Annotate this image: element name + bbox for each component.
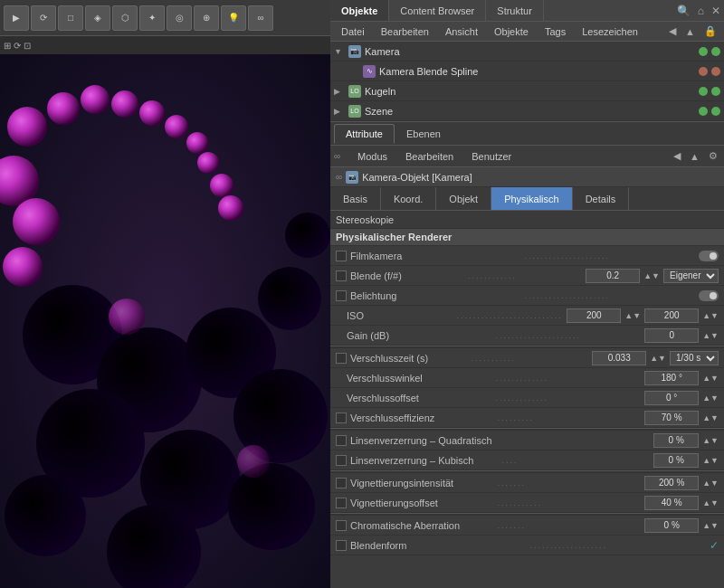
attr-benutzer[interactable]: Benutzer bbox=[464, 149, 519, 164]
list-item[interactable]: ▼ ∿ Kamera Blende Spline bbox=[330, 62, 724, 81]
verschlussoffset-stepper[interactable]: ▲▼ bbox=[702, 394, 719, 403]
prop-verschlusseffizienz[interactable]: Verschlusseffizienz ......... ▲▼ bbox=[330, 408, 724, 428]
menu-ansicht[interactable]: Ansicht bbox=[438, 24, 485, 39]
attr-bearbeiten[interactable]: Bearbeiten bbox=[398, 149, 461, 164]
iso-input[interactable] bbox=[567, 308, 621, 323]
filmkamera-toggle[interactable] bbox=[699, 251, 719, 261]
arrow-up-icon[interactable]: ▲ bbox=[681, 26, 699, 37]
prop-verschlusswinkel[interactable]: Verschlusswinkel ............. ▲▼ bbox=[330, 368, 724, 388]
arrow-left-icon[interactable]: ◀ bbox=[665, 25, 680, 37]
verschlusszeit-input[interactable] bbox=[592, 351, 646, 365]
verschlusseffizienz-input[interactable] bbox=[644, 411, 699, 425]
blende-stepper-up[interactable]: ▲▼ bbox=[643, 271, 660, 280]
toolbar-btn-1[interactable]: ▶ bbox=[4, 5, 29, 31]
iso-stepper2[interactable]: ▲▼ bbox=[702, 311, 719, 320]
filmkamera-check[interactable] bbox=[336, 251, 347, 261]
prop-vignett-off[interactable]: Vignettierungsoffset ........... ▲▼ bbox=[330, 493, 724, 513]
linsen-quad-stepper[interactable]: ▲▼ bbox=[702, 436, 719, 445]
tab-objekte[interactable]: Objekte bbox=[330, 0, 389, 21]
vignett-off-input[interactable] bbox=[644, 496, 699, 510]
verschlusszeit-check[interactable] bbox=[336, 353, 347, 364]
toolbar-btn-6[interactable]: ✦ bbox=[139, 5, 165, 31]
nav-up-icon[interactable]: ▲ bbox=[687, 151, 702, 162]
toolbar-btn-10[interactable]: ∞ bbox=[248, 5, 273, 31]
verschlusswinkel-input[interactable] bbox=[644, 371, 699, 385]
prop-linsen-quad[interactable]: Linsenverzerrung – Quadratisch ▲▼ bbox=[330, 431, 724, 450]
toolbar-btn-8[interactable]: ⊕ bbox=[194, 5, 219, 31]
toolbar-btn-5[interactable]: ⬡ bbox=[112, 5, 138, 31]
menu-datei[interactable]: Datei bbox=[334, 24, 372, 39]
render-dot[interactable] bbox=[711, 47, 720, 56]
tab-basis[interactable]: Basis bbox=[330, 187, 381, 210]
gain-input[interactable] bbox=[644, 328, 699, 343]
list-item[interactable]: ▼ 📷 Kamera bbox=[330, 42, 724, 62]
tab-physikalisch[interactable]: Physikalisch bbox=[491, 187, 573, 210]
prop-iso[interactable]: ISO .......................... ▲▼ ▲▼ bbox=[330, 306, 724, 326]
visibility-dot[interactable] bbox=[699, 107, 708, 116]
toolbar-btn-2[interactable]: ⟳ bbox=[31, 5, 56, 31]
visibility-dot[interactable] bbox=[699, 67, 708, 76]
prop-linsen-kub[interactable]: Linsenverzerrung – Kubisch .... ▲▼ bbox=[330, 450, 724, 470]
nav-left-icon[interactable]: ◀ bbox=[671, 150, 683, 162]
toolbar-btn-3[interactable]: □ bbox=[58, 5, 83, 31]
tab-content-browser[interactable]: Content Browser bbox=[389, 0, 486, 21]
home-icon[interactable]: ⌂ bbox=[694, 5, 708, 17]
linsen-kub-stepper[interactable]: ▲▼ bbox=[702, 456, 719, 465]
belichtung-toggle[interactable] bbox=[699, 290, 719, 301]
render-dot[interactable] bbox=[711, 107, 720, 116]
gain-stepper[interactable]: ▲▼ bbox=[702, 331, 719, 340]
prop-blende[interactable]: Blende (f/#) ............ ▲▼ Eigener bbox=[330, 266, 724, 286]
tab-ebenen[interactable]: Ebenen bbox=[395, 124, 452, 144]
iso-input2[interactable] bbox=[644, 308, 699, 323]
chrom-aber-input[interactable] bbox=[644, 518, 699, 533]
settings-icon[interactable]: ⚙ bbox=[706, 150, 720, 162]
linsen-kub-check[interactable] bbox=[336, 455, 347, 466]
menu-tags[interactable]: Tags bbox=[538, 24, 573, 39]
verschlusseffizienz-check[interactable] bbox=[336, 413, 347, 423]
vignett-off-check[interactable] bbox=[336, 498, 347, 508]
visibility-dot[interactable] bbox=[699, 87, 708, 96]
search-icon[interactable]: 🔍 bbox=[673, 5, 694, 17]
menu-bearbeiten[interactable]: Bearbeiten bbox=[374, 24, 436, 39]
prop-blendenform[interactable]: Blendenform ................... ✓ bbox=[330, 536, 724, 555]
iso-stepper[interactable]: ▲▼ bbox=[624, 311, 641, 320]
menu-lesezeichen[interactable]: Lesezeichen bbox=[575, 24, 645, 39]
attr-modus[interactable]: Modus bbox=[350, 149, 395, 164]
prop-verschlussoffset[interactable]: Verschlussoffset ............. ▲▼ bbox=[330, 388, 724, 408]
blende-input[interactable] bbox=[586, 269, 640, 283]
verschlusseffizienz-stepper[interactable]: ▲▼ bbox=[702, 413, 719, 422]
visibility-dot[interactable] bbox=[699, 47, 708, 56]
tab-objekt[interactable]: Objekt bbox=[436, 187, 491, 210]
vignett-int-check[interactable] bbox=[336, 478, 347, 488]
tab-details[interactable]: Details bbox=[573, 187, 630, 210]
menu-objekte[interactable]: Objekte bbox=[487, 24, 536, 39]
linsen-kub-input[interactable] bbox=[653, 453, 699, 468]
verschlussoffset-input[interactable] bbox=[644, 391, 699, 405]
prop-belichtung[interactable]: Belichtung ..................... bbox=[330, 286, 724, 306]
lock-icon[interactable]: 🔒 bbox=[700, 25, 720, 37]
prop-verschlusszeit[interactable]: Verschlusszeit (s) ........... ▲▼ 1/30 s bbox=[330, 348, 724, 368]
prop-vignett-int[interactable]: Vignettierungsintensität ....... ▲▼ bbox=[330, 473, 724, 493]
prop-chrom-aber[interactable]: Chromatische Aberration ....... ▲▼ bbox=[330, 516, 724, 536]
linsen-quad-input[interactable] bbox=[653, 433, 699, 448]
toolbar-btn-4[interactable]: ◈ bbox=[85, 5, 110, 31]
prop-filmkamera[interactable]: Filmkamera ..................... bbox=[330, 246, 724, 266]
blende-select[interactable]: Eigener bbox=[663, 269, 719, 283]
prop-gain[interactable]: Gain (dB) ..................... ▲▼ bbox=[330, 326, 724, 346]
linsen-quad-check[interactable] bbox=[336, 435, 347, 446]
belichtung-check[interactable] bbox=[336, 290, 347, 301]
list-item[interactable]: ▶ LO Szene bbox=[330, 101, 724, 121]
vignett-off-stepper[interactable]: ▲▼ bbox=[702, 498, 719, 507]
tab-attribute[interactable]: Attribute bbox=[334, 124, 395, 144]
verschlusswinkel-stepper[interactable]: ▲▼ bbox=[702, 374, 719, 383]
vignett-int-stepper[interactable]: ▲▼ bbox=[702, 479, 719, 488]
chrom-aber-check[interactable] bbox=[336, 520, 347, 531]
render-dot[interactable] bbox=[711, 87, 720, 96]
render-dot[interactable] bbox=[711, 67, 720, 76]
toolbar-btn-9[interactable]: 💡 bbox=[221, 5, 246, 31]
verschlusszeit-stepper[interactable]: ▲▼ bbox=[650, 354, 666, 363]
list-item[interactable]: ▶ LO Kugeln bbox=[330, 81, 724, 101]
blende-check[interactable] bbox=[336, 270, 347, 281]
tab-koord[interactable]: Koord. bbox=[381, 187, 436, 210]
close-icon[interactable]: ✕ bbox=[708, 5, 724, 17]
